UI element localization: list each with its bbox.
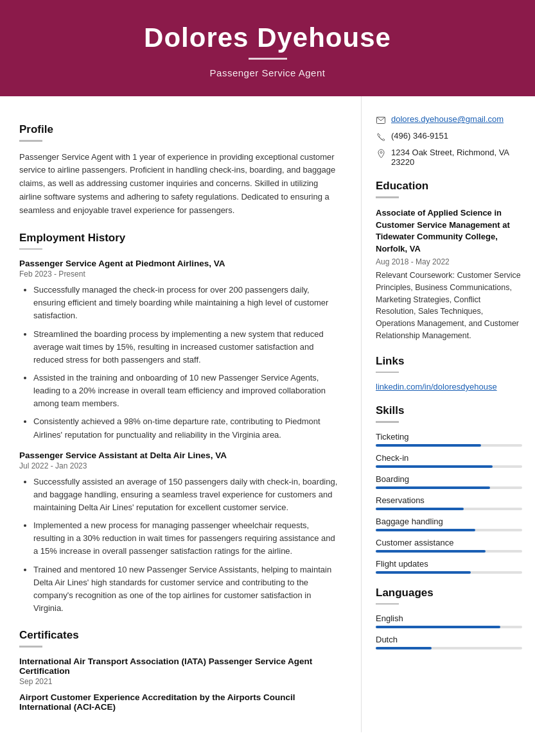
job-2-bullet-1: Successfully assisted an average of 150 … xyxy=(33,476,342,514)
skill-reservations: Reservations xyxy=(376,495,522,510)
svg-point-1 xyxy=(380,151,382,153)
job-2-bullet-3: Trained and mentored 10 new Passenger Se… xyxy=(33,563,342,615)
lang-dutch: Dutch xyxy=(376,635,522,649)
employment-section: Employment History Passenger Service Age… xyxy=(19,232,342,615)
job-2-bullets: Successfully assisted an average of 150 … xyxy=(19,476,342,615)
job-1: Passenger Service Agent at Piedmont Airl… xyxy=(19,259,342,442)
education-coursework: Relevant Coursework: Customer Service Pr… xyxy=(376,270,522,342)
cert-1-title: International Air Transport Association … xyxy=(19,657,342,676)
skills-divider xyxy=(376,421,399,423)
profile-divider xyxy=(19,140,42,142)
languages-section: Languages English Dutch xyxy=(376,587,522,650)
education-section-title: Education xyxy=(376,180,522,193)
skill-flight-updates: Flight updates xyxy=(376,559,522,574)
job-1-bullet-1: Successfully managed the check-in proces… xyxy=(33,284,342,322)
skills-section: Skills Ticketing Check-in Boarding Reser… xyxy=(376,404,522,574)
location-icon xyxy=(376,148,386,159)
profile-section-title: Profile xyxy=(19,123,342,136)
job-1-bullet-2: Streamlined the boarding process by impl… xyxy=(33,328,342,366)
right-column: dolores.dyehouse@gmail.com (496) 346-915… xyxy=(362,96,535,675)
education-section: Education Associate of Applied Science i… xyxy=(376,180,522,341)
job-2-title: Passenger Service Assistant at Delta Air… xyxy=(19,451,342,460)
job-1-bullet-3: Assisted in the training and onboarding … xyxy=(33,372,342,410)
resume-header: Dolores Dyehouse Passenger Service Agent xyxy=(0,0,535,96)
address-text: 1234 Oak Street, Richmond, VA 23220 xyxy=(391,148,522,167)
links-section-title: Links xyxy=(376,355,522,368)
cert-2-title: Airport Customer Experience Accreditatio… xyxy=(19,692,342,712)
skill-boarding: Boarding xyxy=(376,474,522,489)
job-2: Passenger Service Assistant at Delta Air… xyxy=(19,451,342,615)
education-divider xyxy=(376,196,399,198)
certificates-section: Certificates International Air Transport… xyxy=(19,629,342,712)
job-2-dates: Jul 2022 - Jan 2023 xyxy=(19,461,342,470)
body-layout: Profile Passenger Service Agent with 1 y… xyxy=(0,96,535,732)
education-degree: Associate of Applied Science in Customer… xyxy=(376,207,522,255)
contact-email-item: dolores.dyehouse@gmail.com xyxy=(376,114,522,125)
email-icon xyxy=(376,115,386,125)
profile-section: Profile Passenger Service Agent with 1 y… xyxy=(19,123,342,217)
phone-text: (496) 346-9151 xyxy=(391,131,448,141)
skills-section-title: Skills xyxy=(376,404,522,417)
languages-divider xyxy=(376,603,399,605)
linkedin-link[interactable]: linkedin.com/in/doloresdyehouse xyxy=(376,382,497,391)
contact-address-item: 1234 Oak Street, Richmond, VA 23220 xyxy=(376,148,522,167)
languages-section-title: Languages xyxy=(376,587,522,599)
header-underline-decoration xyxy=(249,58,287,60)
cert-1: International Air Transport Association … xyxy=(19,657,342,686)
employment-divider xyxy=(19,248,42,250)
cert-2: Airport Customer Experience Accreditatio… xyxy=(19,692,342,712)
skill-customer-assistance: Customer assistance xyxy=(376,538,522,553)
skill-baggage: Baggage handling xyxy=(376,517,522,531)
lang-english: English xyxy=(376,614,522,628)
job-2-bullet-2: Implemented a new process for managing p… xyxy=(33,519,342,558)
contact-phone-item: (496) 346-9151 xyxy=(376,131,522,142)
skill-checkin: Check-in xyxy=(376,453,522,468)
candidate-name: Dolores Dyehouse xyxy=(13,23,522,53)
contact-section: dolores.dyehouse@gmail.com (496) 346-915… xyxy=(376,114,522,167)
cert-1-date: Sep 2021 xyxy=(19,677,342,686)
links-section: Links linkedin.com/in/doloresdyehouse xyxy=(376,355,522,392)
job-1-bullet-4: Consistently achieved a 98% on-time depa… xyxy=(33,415,342,441)
links-divider xyxy=(376,372,399,374)
employment-section-title: Employment History xyxy=(19,232,342,245)
left-column: Profile Passenger Service Agent with 1 y… xyxy=(0,96,362,732)
candidate-title: Passenger Service Agent xyxy=(13,67,522,78)
certificates-divider xyxy=(19,646,42,648)
job-1-bullets: Successfully managed the check-in proces… xyxy=(19,284,342,442)
job-1-title: Passenger Service Agent at Piedmont Airl… xyxy=(19,259,342,268)
job-1-dates: Feb 2023 - Present xyxy=(19,270,342,279)
certificates-section-title: Certificates xyxy=(19,629,342,642)
email-link[interactable]: dolores.dyehouse@gmail.com xyxy=(391,114,504,124)
phone-icon xyxy=(376,132,386,142)
education-dates: Aug 2018 - May 2022 xyxy=(376,257,522,266)
profile-text: Passenger Service Agent with 1 year of e… xyxy=(19,151,342,218)
resume-wrapper: Dolores Dyehouse Passenger Service Agent… xyxy=(0,0,535,756)
skill-ticketing: Ticketing xyxy=(376,432,522,447)
